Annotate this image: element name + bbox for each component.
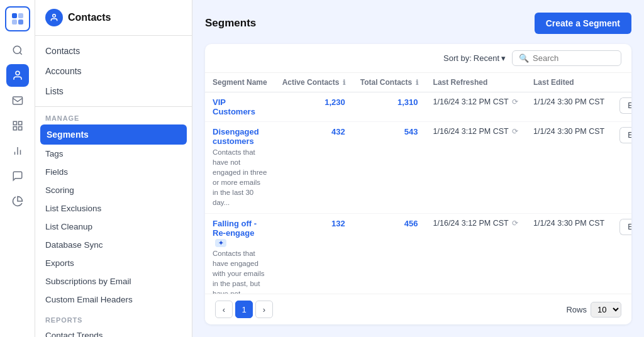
active-contacts-header: Active Contacts ℹ (275, 73, 353, 92)
app-logo[interactable] (5, 6, 30, 31)
main-content: Segments Create a Segment Sort by: Recen… (192, 0, 644, 337)
segment-desc: Contacts that have engaged with your ema… (213, 248, 267, 294)
edit-conditions-button[interactable]: Edit conditions (619, 219, 631, 235)
contact-trends-link[interactable]: Contact Trends (35, 326, 192, 337)
segment-name-link[interactable]: Falling off - Re-engage✦ (213, 219, 267, 247)
scoring-link[interactable]: Scoring (35, 181, 192, 199)
edit-conditions-button[interactable]: Edit conditions (619, 97, 631, 114)
segment-name-link[interactable]: Disengaged customers (213, 127, 267, 146)
svg-rect-6 (13, 97, 22, 104)
page-title: Segments (205, 17, 256, 30)
total-contacts-cell: 1,310 (353, 92, 426, 122)
left-nav-title: Contacts (68, 12, 111, 23)
actions-group: Edit conditions ▾ (619, 219, 631, 235)
pie-nav-icon[interactable] (6, 190, 29, 213)
active-contacts-cell: 1,230 (275, 92, 353, 122)
table-footer: ‹ 1 › Rows 10 25 50 (205, 294, 631, 324)
search-input[interactable] (533, 53, 614, 63)
total-contacts-info-icon[interactable]: ℹ (416, 79, 418, 86)
contacts-nav-icon[interactable] (6, 64, 29, 87)
last-edited-header: Last Edited (526, 73, 612, 92)
svg-rect-0 (12, 13, 17, 18)
refresh-icon: ⟳ (512, 127, 518, 136)
actions-cell: Edit conditions ▾ (612, 213, 631, 294)
segments-header: Segments Create a Segment (205, 13, 631, 34)
table-card: Sort by: Recent ▾ 🔍 Segment Name Active (205, 44, 631, 324)
icon-sidebar (0, 0, 35, 337)
svg-point-5 (16, 71, 19, 75)
actions-group: Edit conditions ▾ (619, 127, 631, 143)
last-refreshed-cell: 1/16/24 3:12 PM CST ⟳ (426, 213, 526, 294)
actions-cell: Edit conditions ▾ (612, 92, 631, 122)
analytics-nav-icon[interactable] (6, 140, 29, 162)
sort-button[interactable]: Sort by: Recent ▾ (443, 53, 506, 63)
page-1-button[interactable]: 1 (235, 301, 253, 318)
active-contacts-cell: 132 (275, 213, 353, 294)
last-refreshed-cell: 1/16/24 3:12 PM CST ⟳ (426, 122, 526, 214)
prev-page-button[interactable]: ‹ (215, 301, 233, 318)
segment-name-cell: Falling off - Re-engage✦ Contacts that h… (205, 213, 275, 294)
total-contacts-header: Total Contacts ℹ (353, 73, 426, 92)
last-edited-cell: 1/1/24 3:30 PM CST (526, 122, 612, 214)
search-nav-icon[interactable] (6, 39, 29, 62)
table-row: VIP Customers 1,230 1,310 1/16/24 3:12 P… (205, 92, 631, 122)
custom-email-link[interactable]: Custom Email Headers (35, 290, 192, 309)
subscriptions-link[interactable]: Subscriptions by Email (35, 272, 192, 290)
pagination: ‹ 1 › (215, 301, 273, 318)
list-cleanup-link[interactable]: List Cleanup (35, 218, 192, 236)
database-sync-link[interactable]: Database Sync (35, 236, 192, 254)
new-badge: ✦ (215, 239, 226, 247)
svg-rect-1 (18, 13, 23, 18)
contacts-header-icon (45, 9, 63, 26)
rows-select: Rows 10 25 50 (566, 302, 621, 318)
actions-cell: Edit conditions ▾ (612, 122, 631, 214)
sort-value: Recent (474, 53, 499, 63)
exports-link[interactable]: Exports (35, 254, 192, 272)
segment-name-cell: VIP Customers (205, 92, 275, 122)
svg-point-4 (13, 46, 21, 53)
left-nav: Contacts Contacts Accounts Lists MANAGE … (35, 0, 192, 337)
segments-link[interactable]: Segments (40, 124, 187, 145)
svg-rect-3 (18, 19, 23, 25)
lists-link[interactable]: Lists (35, 81, 192, 101)
reports-section-label: REPORTS (35, 309, 192, 326)
search-box[interactable]: 🔍 (512, 50, 621, 66)
svg-rect-8 (18, 121, 21, 124)
top-nav-links: Contacts Accounts Lists (35, 36, 192, 107)
actions-group: Edit conditions ▾ (619, 97, 631, 114)
total-contacts-cell: 456 (353, 213, 426, 294)
email-nav-icon[interactable] (6, 89, 29, 112)
svg-rect-7 (13, 121, 16, 124)
table-toolbar: Sort by: Recent ▾ 🔍 (205, 44, 631, 73)
segment-desc: Contacts that have not engaged in three … (213, 147, 267, 208)
table-row: Disengaged customers Contacts that have … (205, 122, 631, 214)
refresh-icon: ⟳ (512, 219, 518, 228)
left-nav-header: Contacts (35, 0, 192, 36)
list-exclusions-link[interactable]: List Exclusions (35, 199, 192, 218)
last-refreshed-header: Last Refreshed (426, 73, 526, 92)
svg-point-11 (53, 14, 56, 18)
segment-name-header: Segment Name (205, 73, 275, 92)
search-icon: 🔍 (519, 53, 529, 63)
svg-rect-9 (13, 127, 16, 130)
tags-link[interactable]: Tags (35, 145, 192, 163)
create-segment-button[interactable]: Create a Segment (535, 13, 631, 34)
contacts-link[interactable]: Contacts (35, 41, 192, 61)
accounts-link[interactable]: Accounts (35, 61, 192, 81)
messages-nav-icon[interactable] (6, 165, 29, 187)
segment-name-cell: Disengaged customers Contacts that have … (205, 122, 275, 214)
next-page-button[interactable]: › (255, 301, 273, 318)
last-refreshed-cell: 1/16/24 3:12 PM CST ⟳ (426, 92, 526, 122)
rows-per-page-select[interactable]: 10 25 50 (591, 302, 621, 318)
sort-chevron-icon: ▾ (501, 53, 506, 63)
table-row: Falling off - Re-engage✦ Contacts that h… (205, 213, 631, 294)
fields-link[interactable]: Fields (35, 163, 192, 181)
segment-name-link[interactable]: VIP Customers (213, 97, 267, 116)
total-contacts-cell: 543 (353, 122, 426, 214)
grid-nav-icon[interactable] (6, 114, 29, 137)
manage-section-label: MANAGE (35, 107, 192, 124)
segments-table: Segment Name Active Contacts ℹ Total Con… (205, 73, 631, 294)
edit-conditions-button[interactable]: Edit conditions (619, 127, 631, 143)
rows-label: Rows (566, 305, 587, 314)
active-contacts-info-icon[interactable]: ℹ (343, 79, 345, 86)
